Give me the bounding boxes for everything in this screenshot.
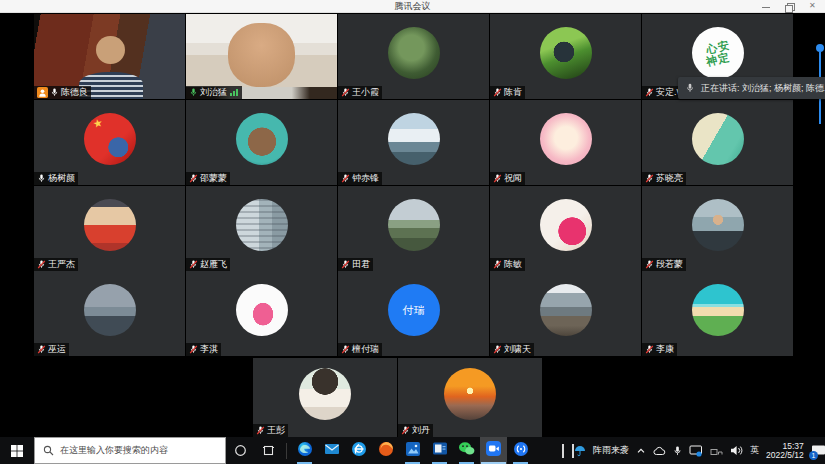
- taskbar-app-wechat[interactable]: [453, 437, 480, 464]
- participant-tile[interactable]: 邵蒙蒙: [186, 100, 337, 185]
- mic-muted-icon: [37, 259, 46, 270]
- participant-tile[interactable]: 刘治猛: [186, 14, 337, 99]
- participant-tile[interactable]: 刘丹: [398, 358, 542, 437]
- mic-muted-icon: [37, 344, 46, 355]
- avatar: [84, 199, 136, 251]
- screen: 腾讯会议 陈德良刘治猛王小霞陈肯心安神定安定.W ★杨树颜邵蒙蒙钟赤锋祝闻苏晓亮…: [0, 0, 825, 464]
- ie-icon: [351, 441, 367, 461]
- weather-text[interactable]: 阵雨来袭: [593, 444, 629, 457]
- network-icon[interactable]: [710, 445, 723, 456]
- participant-name: 钟赤锋: [352, 172, 379, 185]
- participant-tile[interactable]: 段若蒙: [642, 186, 793, 271]
- participant-name: 刘治猛: [200, 86, 227, 99]
- start-button[interactable]: [0, 437, 34, 464]
- participant-tile[interactable]: 陈敏: [490, 186, 641, 271]
- participant-tile[interactable]: 陈肯: [490, 14, 641, 99]
- taskbar-app-blue-circle-app[interactable]: [507, 437, 534, 464]
- mic-muted-icon: [493, 173, 502, 184]
- participant-tile[interactable]: ★杨树颜: [34, 100, 185, 185]
- participant-name: 赵雁飞: [200, 258, 227, 271]
- avatar: [236, 284, 288, 336]
- cortana-icon: [234, 444, 247, 457]
- participant-tile[interactable]: 赵雁飞: [186, 186, 337, 271]
- participant-tile[interactable]: 陈德良: [34, 14, 185, 99]
- avatar: [388, 199, 440, 251]
- mic-muted-icon: [341, 344, 350, 355]
- grid-row: 王严杰赵雁飞田君陈敏段若蒙: [34, 186, 793, 271]
- mic-on-icon: [50, 87, 59, 98]
- mic-muted-icon: [341, 259, 350, 270]
- taskbar-app-photos[interactable]: [399, 437, 426, 464]
- display-cast-icon[interactable]: [689, 445, 703, 457]
- action-center-button[interactable]: 1: [811, 443, 825, 459]
- participant-tile[interactable]: 苏晓亮: [642, 100, 793, 185]
- participant-tile[interactable]: 刘啸天: [490, 271, 641, 356]
- search-icon: [43, 445, 54, 456]
- avatar: [540, 27, 592, 79]
- onedrive-cloud-icon[interactable]: [653, 446, 666, 456]
- participant-tile[interactable]: 王彭: [253, 358, 397, 437]
- tray-mic-icon[interactable]: [673, 445, 682, 457]
- taskbar-clock[interactable]: 15:37 2022/5/12: [766, 442, 804, 460]
- participant-name: 王小霞: [352, 86, 379, 99]
- task-view-button[interactable]: [254, 437, 282, 464]
- participant-tile[interactable]: 王小霞: [338, 14, 489, 99]
- ime-indicator[interactable]: 英: [750, 444, 759, 457]
- participant-tile[interactable]: 李淇: [186, 271, 337, 356]
- flag-star-icon: ★: [91, 116, 103, 131]
- participant-tile[interactable]: 钟赤锋: [338, 100, 489, 185]
- grid-row: ★杨树颜邵蒙蒙钟赤锋祝闻苏晓亮: [34, 100, 793, 185]
- participant-tile[interactable]: 田君: [338, 186, 489, 271]
- participant-name: 李康: [656, 343, 674, 356]
- avatar: [444, 368, 496, 420]
- taskbar-app-office-blue[interactable]: [426, 437, 453, 464]
- participant-tile[interactable]: 付瑞檀付瑞: [338, 271, 489, 356]
- hidden-icons-chevron-icon[interactable]: [636, 446, 646, 456]
- participant-tile[interactable]: 祝闻: [490, 100, 641, 185]
- mic-speaking-icon: [189, 87, 198, 98]
- participant-tile[interactable]: 李康: [642, 271, 793, 356]
- tencent-meeting-icon: [485, 440, 502, 461]
- mic-icon: [685, 82, 695, 94]
- edge-icon: [297, 441, 313, 461]
- participant-name: 刘丹: [412, 424, 430, 437]
- participant-tile[interactable]: 巫运: [34, 271, 185, 356]
- mic-muted-icon: [189, 173, 198, 184]
- search-placeholder: 在这里输入你要搜索的内容: [60, 444, 168, 457]
- close-icon[interactable]: [809, 2, 819, 12]
- participant-name-tag: 刘丹: [398, 424, 433, 437]
- volume-slider-handle[interactable]: [816, 44, 824, 52]
- participant-name: 陈德良: [61, 86, 88, 99]
- browser-orange-icon: [378, 441, 394, 461]
- signal-bars-icon: [229, 88, 239, 97]
- cortana-button[interactable]: [226, 437, 254, 464]
- participant-name-tag: 陈德良: [34, 86, 91, 99]
- participant-tile[interactable]: 王严杰: [34, 186, 185, 271]
- mic-muted-icon: [645, 173, 654, 184]
- avatar: 心安神定: [692, 27, 744, 79]
- taskbar-search-input[interactable]: 在这里输入你要搜索的内容: [34, 437, 226, 464]
- taskbar-app-mail[interactable]: [318, 437, 345, 464]
- maximize-icon[interactable]: [785, 2, 795, 12]
- minimize-icon[interactable]: [761, 2, 771, 12]
- avatar: [540, 284, 592, 336]
- photos-icon: [405, 441, 421, 461]
- avatar: [236, 199, 288, 251]
- taskbar-app-ie[interactable]: [345, 437, 372, 464]
- mail-icon: [324, 442, 340, 460]
- taskbar-app-edge[interactable]: [291, 437, 318, 464]
- participant-name-tag: 邵蒙蒙: [186, 172, 230, 185]
- participant-name: 邵蒙蒙: [200, 172, 227, 185]
- participant-name: 刘啸天: [504, 343, 531, 356]
- weather-umbrella-icon: [574, 445, 586, 457]
- avatar: [692, 113, 744, 165]
- host-badge-icon: [37, 87, 48, 98]
- grid-row: 巫运李淇付瑞檀付瑞刘啸天李康: [34, 271, 793, 356]
- participant-name-tag: 祝闻: [490, 172, 525, 185]
- taskbar-app-tencent-meeting[interactable]: [480, 437, 507, 464]
- mic-muted-icon: [645, 344, 654, 355]
- avatar: [388, 113, 440, 165]
- speaker-icon[interactable]: [730, 445, 743, 456]
- participant-name: 李淇: [200, 343, 218, 356]
- taskbar-app-browser-orange[interactable]: [372, 437, 399, 464]
